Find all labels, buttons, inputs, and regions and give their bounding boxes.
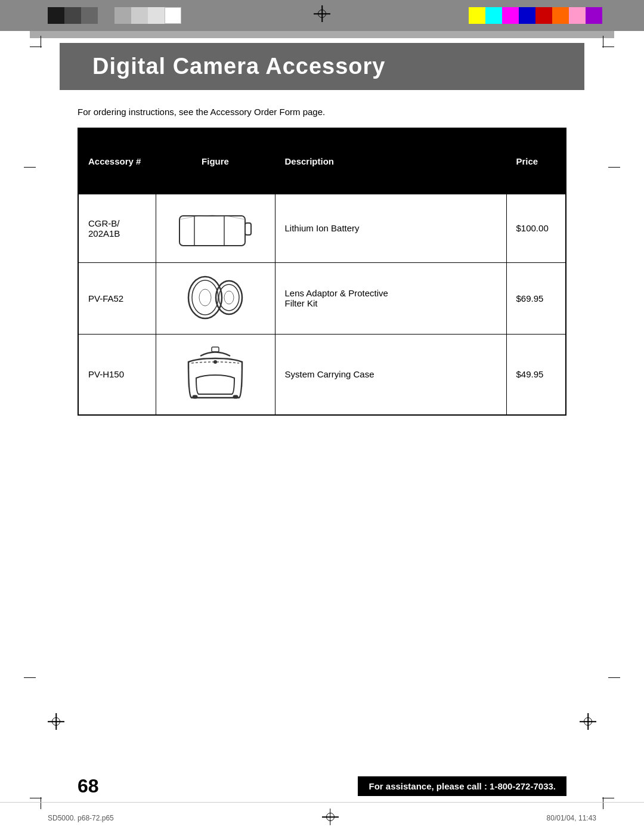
row1-figure — [156, 194, 275, 262]
swatch-gray2 — [98, 7, 114, 24]
crosshair-top-center — [314, 5, 330, 26]
row2-accessory-num: PV-FA52 — [78, 262, 156, 334]
spacer-banner — [30, 31, 614, 38]
footer-assistance: For assistance, please call : 1-800-272-… — [358, 776, 566, 796]
svg-point-9 — [224, 291, 234, 304]
swatch-pink — [569, 7, 586, 24]
crosshair-bottom-right — [580, 713, 596, 732]
row2-description: Lens Adaptor & Protective Filter Kit — [275, 262, 506, 334]
trim-mark-lb-h — [24, 677, 36, 678]
trim-mark-rt-h — [608, 167, 620, 168]
swatch-blue — [519, 7, 535, 24]
page-footer: 68 For assistance, please call : 1-800-2… — [0, 775, 644, 797]
svg-rect-13 — [193, 395, 197, 398]
battery-illustration — [177, 205, 254, 250]
swatch-magenta — [502, 7, 519, 24]
swatch-cyan — [485, 7, 502, 24]
crosshair-bottom-bar-center — [322, 809, 339, 827]
page-title: Digital Camera Accessory — [92, 54, 561, 79]
bottom-crosshairs-row — [0, 695, 644, 750]
row3-price: $49.95 — [506, 334, 566, 415]
swatch-yellow — [469, 7, 485, 24]
swatch-black — [48, 7, 64, 24]
left-swatches — [48, 7, 181, 24]
row1-accessory-num: CGR-B/202A1B — [78, 194, 156, 262]
row2-desc-line2: Filter Kit — [285, 298, 318, 308]
svg-point-5 — [192, 280, 218, 315]
title-banner-wrapper: Digital Camera Accessory — [30, 43, 614, 90]
col-header-figure: Figure — [156, 128, 275, 194]
swatch-orange — [552, 7, 569, 24]
title-banner: Digital Camera Accessory — [60, 43, 584, 90]
bottom-bar-right-text: 80/01/04, 11:43 — [547, 814, 596, 822]
bottom-bar-left-text: SD5000. p68-72.p65 — [48, 814, 114, 822]
trim-mark-tr-h — [602, 47, 614, 47]
svg-point-7 — [216, 281, 242, 314]
trim-mark-tl-h — [30, 47, 42, 47]
svg-rect-14 — [233, 395, 238, 398]
swatch-darkgray — [64, 7, 81, 24]
table-row: CGR-B/202A1B Li — [78, 194, 566, 262]
row2-price: $69.95 — [506, 262, 566, 334]
swatch-red — [535, 7, 552, 24]
accessory-table: Accessory # Figure Description Price CGR… — [78, 128, 566, 416]
trim-mark-tr-v — [603, 36, 603, 48]
trim-mark-tl-v — [41, 36, 41, 48]
lens-illustration — [182, 274, 248, 321]
col-header-price: Price — [506, 128, 566, 194]
row2-figure — [156, 262, 275, 334]
svg-rect-1 — [245, 223, 251, 235]
svg-point-6 — [199, 289, 211, 306]
trim-mark-br-h — [602, 798, 614, 798]
swatch-gray4 — [131, 7, 148, 24]
swatch-gray5 — [148, 7, 165, 24]
col-header-accessory: Accessory # — [78, 128, 156, 194]
trim-mark-bl-h — [30, 798, 42, 798]
row3-accessory-num: PV-H150 — [78, 334, 156, 415]
svg-rect-0 — [179, 216, 245, 246]
svg-point-10 — [213, 360, 217, 364]
intro-text: For ordering instructions, see the Acces… — [78, 107, 566, 117]
bottom-bar: SD5000. p68-72.p65 80/01/04, 11:43 — [0, 802, 644, 833]
row3-figure — [156, 334, 275, 415]
row1-price: $100.00 — [506, 194, 566, 262]
swatch-white — [165, 7, 181, 24]
table-row: PV-H150 — [78, 334, 566, 415]
swatch-gray1 — [81, 7, 98, 24]
top-color-bar — [0, 0, 644, 31]
case-illustration — [179, 345, 251, 402]
svg-point-4 — [188, 277, 222, 318]
svg-rect-15 — [212, 347, 219, 352]
crosshair-bottom-left — [48, 713, 64, 732]
main-content: For ordering instructions, see the Acces… — [0, 90, 644, 416]
row3-description: System Carrying Case — [275, 334, 506, 415]
swatch-purple — [586, 7, 602, 24]
trim-mark-lt-h — [24, 167, 36, 168]
swatch-gray3 — [114, 7, 131, 24]
col-header-description: Description — [275, 128, 506, 194]
row2-desc-line1: Lens Adaptor & Protective — [285, 288, 388, 298]
right-swatches — [469, 7, 602, 24]
table-row: PV-FA52 Lens Adaptor & Pro — [78, 262, 566, 334]
page-number: 68 — [78, 775, 113, 797]
trim-mark-rb-h — [608, 677, 620, 678]
row1-description: Lithium Ion Battery — [275, 194, 506, 262]
